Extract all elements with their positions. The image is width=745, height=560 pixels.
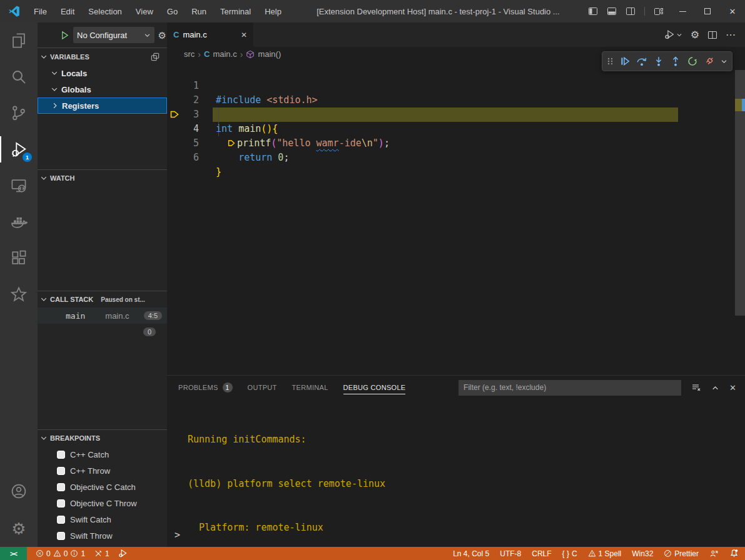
step-out-icon[interactable] xyxy=(670,56,681,67)
menu-run[interactable]: Run xyxy=(185,0,213,22)
toolchain-status[interactable]: 1 xyxy=(94,549,109,558)
customize-layout-icon[interactable] xyxy=(654,6,664,16)
chevron-down-icon xyxy=(40,296,48,303)
tab-bar: C main.c ✕ ⚙ ⋯ xyxy=(167,22,745,47)
run-or-debug-button[interactable] xyxy=(664,29,682,40)
code-line-6: 6 } xyxy=(167,136,735,151)
notifications-bell-icon[interactable] xyxy=(729,549,739,558)
cursor-position[interactable]: Ln 4, Col 5 xyxy=(453,549,489,558)
console-line: Platform: remote-linux xyxy=(188,521,745,536)
explorer-icon[interactable] xyxy=(0,22,38,59)
toggle-panel-icon[interactable] xyxy=(607,6,617,16)
tab-terminal[interactable]: TERMINAL xyxy=(292,381,328,394)
code-line-2: 2 xyxy=(167,79,735,93)
title-bar: File Edit Selection View Go Run Terminal… xyxy=(0,0,745,22)
tab-close-icon[interactable]: ✕ xyxy=(241,31,247,39)
checkbox[interactable] xyxy=(57,483,65,491)
extensions-icon[interactable] xyxy=(0,240,38,276)
toggle-sidebar-icon[interactable] xyxy=(588,6,598,16)
watch-section-header[interactable]: WATCH xyxy=(38,170,167,186)
toolbar-drag-handle[interactable] xyxy=(607,56,614,66)
launch-config-dropdown[interactable]: No Configurat xyxy=(73,27,155,43)
eol-indicator[interactable]: CRLF xyxy=(532,549,551,558)
variables-section-header[interactable]: VARIABLES xyxy=(38,49,167,65)
checkbox[interactable] xyxy=(57,451,65,459)
editor-group: C main.c ✕ ⚙ ⋯ src › C main.c › main() xyxy=(167,22,745,547)
debug-current-frame-gutter-icon[interactable] xyxy=(170,109,180,119)
encoding-indicator[interactable]: UTF-8 xyxy=(500,549,521,558)
clear-console-icon[interactable] xyxy=(691,382,701,392)
step-over-icon[interactable] xyxy=(636,56,647,67)
split-editor-icon[interactable] xyxy=(707,30,717,40)
launch-settings-gear-icon[interactable]: ⚙ xyxy=(691,30,699,40)
disconnect-icon[interactable] xyxy=(704,56,715,67)
close-panel-icon[interactable]: ✕ xyxy=(729,383,736,392)
start-debug-icon[interactable] xyxy=(60,31,69,40)
docker-icon[interactable] xyxy=(0,204,38,240)
platform-indicator[interactable]: Win32 xyxy=(632,549,653,558)
code-line-5: 5 return 0; xyxy=(167,122,735,136)
language-mode[interactable]: { } C xyxy=(562,549,577,558)
checkbox[interactable] xyxy=(57,532,65,540)
step-into-icon[interactable] xyxy=(653,56,664,67)
source-control-icon[interactable] xyxy=(0,95,38,131)
star-extension-icon[interactable] xyxy=(0,276,38,312)
account-icon[interactable] xyxy=(0,473,38,509)
minimize-button[interactable] xyxy=(670,0,695,22)
tab-main-c[interactable]: C main.c ✕ xyxy=(167,22,253,47)
menu-selection[interactable]: Selection xyxy=(81,0,128,22)
menu-edit[interactable]: Edit xyxy=(54,0,81,22)
menu-terminal[interactable]: Terminal xyxy=(213,0,258,22)
feedback-icon[interactable] xyxy=(709,549,719,558)
variables-scope-locals[interactable]: Locals xyxy=(38,65,167,81)
remote-indicator[interactable]: >< xyxy=(0,547,27,560)
bottom-panel: PROBLEMS 1 OUTPUT TERMINAL DEBUG CONSOLE… xyxy=(167,375,745,547)
maximize-button[interactable] xyxy=(695,0,720,22)
call-stack-frame-main[interactable]: main main.c 4:5 xyxy=(38,308,167,324)
close-button[interactable]: ✕ xyxy=(720,0,745,22)
spell-checker-status[interactable]: 1 Spell xyxy=(588,549,622,558)
breadcrumb-file[interactable]: main.c xyxy=(213,49,236,59)
titlebar-separator xyxy=(644,7,645,16)
tab-output[interactable]: OUTPUT xyxy=(248,381,277,394)
tab-debug-console[interactable]: DEBUG CONSOLE xyxy=(343,381,406,394)
call-stack-section-header[interactable]: CALL STACK Paused on st... xyxy=(38,291,167,308)
copy-value-icon[interactable] xyxy=(151,52,160,61)
formatter-status[interactable]: Prettier xyxy=(664,549,699,558)
console-filter-input[interactable] xyxy=(459,380,681,396)
search-icon[interactable] xyxy=(0,59,38,95)
run-and-debug-icon[interactable]: 1 xyxy=(0,131,38,168)
debug-toolbar xyxy=(602,51,732,71)
vscode-window: File Edit Selection View Go Run Terminal… xyxy=(0,0,745,560)
console-input-prompt[interactable]: > xyxy=(175,529,180,541)
code-editor[interactable]: 1 #include <stdio.h> 2 3 int main(){ 4 p… xyxy=(167,61,745,375)
call-stack-thread-row[interactable]: 0 xyxy=(38,324,167,340)
variables-scope-globals[interactable]: Globals xyxy=(38,81,167,98)
chevron-down-icon[interactable] xyxy=(721,58,727,65)
settings-gear-icon[interactable]: ⚙ xyxy=(0,511,38,547)
remote-explorer-icon[interactable] xyxy=(0,168,38,204)
menu-view[interactable]: View xyxy=(129,0,160,22)
breadcrumb-symbol[interactable]: main() xyxy=(258,49,281,59)
more-actions-icon[interactable]: ⋯ xyxy=(726,29,736,41)
restart-icon[interactable] xyxy=(687,56,698,67)
variables-scope-registers[interactable]: Registers xyxy=(38,98,167,114)
checkbox[interactable] xyxy=(57,467,65,475)
toggle-secondary-sidebar-icon[interactable] xyxy=(626,6,636,16)
menu-help[interactable]: Help xyxy=(258,0,288,22)
breakpoints-section-header[interactable]: BREAKPOINTS xyxy=(38,430,167,446)
debug-status-icon[interactable] xyxy=(118,549,128,558)
checkbox[interactable] xyxy=(57,499,65,508)
tab-problems[interactable]: PROBLEMS 1 xyxy=(178,380,233,395)
maximize-panel-icon[interactable] xyxy=(711,383,720,392)
console-line: (lldb) platform select remote-linux xyxy=(188,477,745,492)
checkbox[interactable] xyxy=(57,516,65,524)
continue-icon[interactable] xyxy=(619,56,631,67)
overview-ruler-cursor-mark xyxy=(742,99,745,111)
chevron-down-icon xyxy=(676,32,682,38)
problems-status[interactable]: 0 0 1 xyxy=(36,549,85,558)
debug-config-gear-icon[interactable]: ⚙ xyxy=(158,30,166,41)
breadcrumb-folder[interactable]: src xyxy=(184,49,195,59)
menu-go[interactable]: Go xyxy=(160,0,185,22)
menu-file[interactable]: File xyxy=(27,0,54,22)
